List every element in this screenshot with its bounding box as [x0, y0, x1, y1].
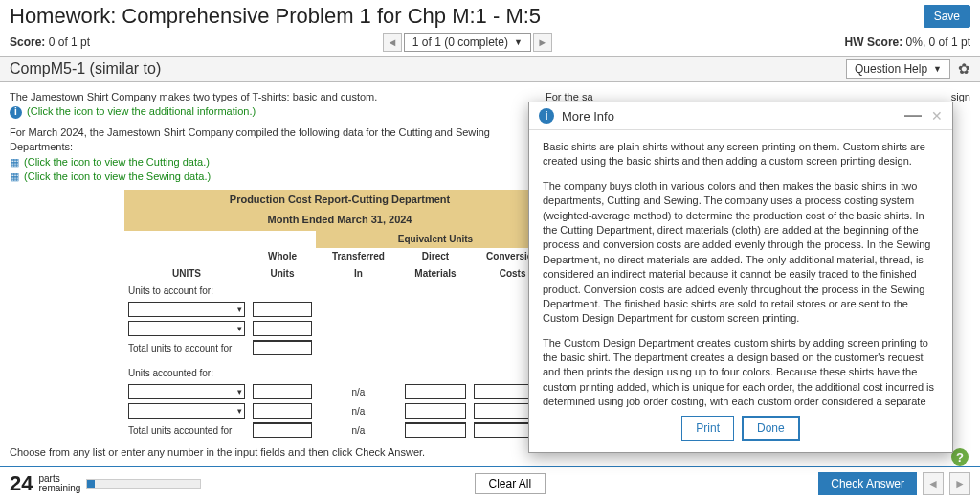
- equivalent-units-header: Equivalent Units: [316, 231, 555, 248]
- footer-prev-button[interactable]: ◄: [923, 472, 944, 495]
- more-info-modal: i More Info — ✕ Basic shirts are plain s…: [528, 102, 953, 453]
- question-help-dropdown[interactable]: Question Help▼: [846, 59, 950, 79]
- table-icon[interactable]: ▦: [10, 170, 19, 182]
- parts-remaining: 24 parts remaining: [10, 471, 201, 496]
- whole-units-input[interactable]: [253, 403, 312, 419]
- dm-input[interactable]: [405, 384, 466, 399]
- sewing-data-link[interactable]: (Click the icon to view the Sewing data.…: [24, 170, 211, 182]
- table-icon[interactable]: ▦: [10, 156, 19, 168]
- row-label-dropdown[interactable]: [128, 384, 245, 399]
- chevron-down-icon: ▼: [514, 37, 523, 47]
- save-button[interactable]: Save: [924, 5, 970, 28]
- section-1-total-label: Total units to account for: [124, 338, 249, 357]
- additional-info-link[interactable]: (Click the icon to view the additional i…: [27, 105, 256, 117]
- info-icon: i: [539, 108, 554, 124]
- report-title: Production Cost Report-Cutting Departmen…: [124, 190, 555, 210]
- units-header: UNITS: [124, 265, 249, 283]
- question-id: CompM5-1 (similar to): [10, 60, 161, 78]
- info-icon[interactable]: i: [10, 106, 22, 119]
- modal-body: Basic shirts are plain shirts without an…: [529, 130, 952, 408]
- nav-page-dropdown[interactable]: 1 of 1 (0 complete)▼: [404, 33, 531, 52]
- table-row: Total units to account for: [124, 338, 555, 357]
- nav-prev-button[interactable]: ◄: [383, 33, 402, 52]
- chevron-down-icon: ▼: [933, 64, 942, 74]
- check-answer-button[interactable]: Check Answer: [818, 472, 917, 495]
- dm-input[interactable]: [405, 403, 466, 419]
- nav-next-button[interactable]: ►: [533, 33, 552, 52]
- minimize-icon[interactable]: —: [904, 112, 922, 119]
- table-row: [124, 300, 555, 319]
- table-row: Total units accounted for n/a: [124, 420, 555, 440]
- table-row: [124, 319, 555, 338]
- whole-units-input[interactable]: [253, 321, 312, 336]
- total-input[interactable]: [253, 340, 312, 355]
- close-icon[interactable]: ✕: [931, 108, 943, 124]
- done-button[interactable]: Done: [742, 416, 800, 441]
- clear-all-button[interactable]: Clear All: [475, 473, 546, 494]
- total-input[interactable]: [253, 422, 312, 438]
- cutting-data-link[interactable]: (Click the icon to view the Cutting data…: [24, 156, 210, 168]
- section-2-label: Units accounted for:: [124, 365, 249, 382]
- row-label-dropdown[interactable]: [128, 302, 245, 317]
- section-1-label: Units to account for:: [124, 283, 249, 300]
- total-dm-input[interactable]: [405, 422, 466, 438]
- page-title: Homework: Comprehensive Problem 1 for Ch…: [10, 4, 541, 29]
- gear-icon[interactable]: ✿: [958, 60, 970, 78]
- section-2-total-label: Total units accounted for: [124, 420, 249, 440]
- table-row: n/a: [124, 382, 555, 401]
- bg-sign-text: sign: [951, 90, 970, 184]
- production-report: Production Cost Report-Cutting Departmen…: [124, 190, 555, 440]
- progress-bar: [86, 479, 201, 489]
- table-row: n/a: [124, 401, 555, 420]
- whole-units-input[interactable]: [253, 302, 312, 317]
- report-subtitle: Month Ended March 31, 2024: [124, 211, 555, 231]
- help-icon[interactable]: ?: [951, 448, 969, 466]
- row-label-dropdown[interactable]: [128, 321, 245, 336]
- print-button[interactable]: Print: [681, 416, 734, 441]
- whole-units-input[interactable]: [253, 384, 312, 399]
- modal-title: More Info: [562, 109, 614, 124]
- hw-score-text: HW Score: 0%, 0 of 1 pt: [845, 35, 970, 49]
- problem-line2: For March 2024, the Jamestown Shirt Comp…: [10, 125, 507, 155]
- score-text: Score: 0 of 1 pt: [10, 35, 90, 49]
- problem-line1: The Jamestown Shirt Company makes two ty…: [10, 90, 507, 104]
- row-label-dropdown[interactable]: [128, 403, 245, 419]
- footer-next-button[interactable]: ►: [949, 472, 970, 495]
